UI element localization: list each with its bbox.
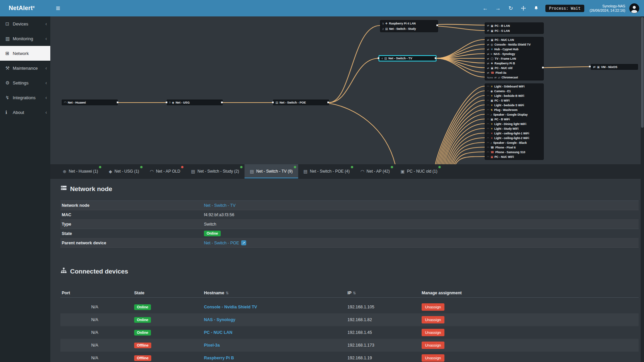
diagram-device-row[interactable]: ◠☀Light - Sideboard WiFi bbox=[485, 84, 543, 89]
sidebar-item[interactable]: ℹ About ‹ bbox=[0, 105, 50, 120]
light-icon: ☀ bbox=[490, 127, 493, 130]
sort-icon[interactable]: ⇅ bbox=[353, 291, 356, 295]
chromecast-icon: ▱ bbox=[498, 76, 500, 79]
unassign-button[interactable]: Unassign bbox=[422, 354, 444, 362]
port-cell: N/A bbox=[60, 330, 134, 335]
sort-icon[interactable]: ⇅ bbox=[225, 291, 228, 295]
tab[interactable]: ▤Net - Switch - Study (2) bbox=[185, 164, 244, 178]
device-name: NAS - Synology bbox=[494, 52, 515, 56]
scrollbar-thumb[interactable] bbox=[641, 17, 644, 128]
tab[interactable]: ▤Net - Switch - TV (9) bbox=[245, 164, 298, 178]
node-net-switch-poe[interactable]: ▤Net - Switch - POE bbox=[273, 100, 329, 105]
diagram-device-row[interactable]: ◠▣PC - S WiFi bbox=[485, 98, 543, 103]
diagram-device-row[interactable]: ⇄✳Hub - Cygnet Hub bbox=[485, 47, 543, 52]
diagram-device-row[interactable]: ⇄❖Raspberry Pi B bbox=[485, 61, 543, 66]
diagram-device-row[interactable]: ◠☀Light - ceiling-light-1 WiFi bbox=[485, 131, 543, 136]
node-vm-nixos[interactable]: ⇄▣VM - NixOS bbox=[591, 64, 638, 70]
diagram-device-row[interactable]: ◠♪Speaker - Google - Black bbox=[485, 140, 543, 145]
diagram-device-row[interactable]: 5❖Raspberry Pi 4 LAN bbox=[380, 21, 438, 26]
tab[interactable]: ▤Net - Switch - POE (4) bbox=[298, 164, 355, 178]
tab[interactable]: ◠Net - AP (42) bbox=[355, 164, 395, 178]
tab[interactable]: ◆Net - USG (1) bbox=[103, 164, 144, 178]
app-logo[interactable]: NetAlertx bbox=[0, 0, 50, 16]
sidebar-item[interactable]: ▥ Monitoring ‹ bbox=[0, 31, 50, 46]
node-net-usg[interactable]: 3◆Net - USG bbox=[167, 100, 223, 105]
diagram-device-row[interactable]: ⇄▢TV - Frame LAN bbox=[485, 56, 543, 61]
unassign-button[interactable]: Unassign bbox=[422, 303, 444, 311]
node-net-huawei[interactable]: ◠Net - Huawei bbox=[62, 100, 118, 105]
sidebar-item[interactable]: ⊡ Devices ‹ bbox=[0, 16, 50, 31]
diagram-device-row[interactable]: ◠↯Plug - Washroom bbox=[485, 108, 543, 112]
diagram-device-row[interactable]: ◠◉Camera - E1 bbox=[485, 89, 543, 94]
app-title-sup: x bbox=[33, 5, 35, 9]
unassign-button[interactable]: Unassign bbox=[422, 316, 444, 323]
topology-connections bbox=[50, 16, 644, 164]
sidebar-item-label: Settings bbox=[13, 80, 45, 85]
wifi-connection-icon: ◠ bbox=[487, 99, 489, 102]
device-name: Net - Switch - Study bbox=[389, 27, 416, 31]
diagram-device-row[interactable]: ◠☎Phone - Samsung S10 bbox=[485, 150, 543, 155]
external-link-icon[interactable]: ↗ bbox=[241, 240, 246, 245]
field-link[interactable]: Net - Switch - TV bbox=[204, 203, 235, 208]
bell-icon[interactable] bbox=[533, 6, 539, 11]
sidebar-item[interactable]: ⚒ Maintenance ‹ bbox=[0, 61, 50, 75]
sidebar-item[interactable]: ⚙ Settings ‹ bbox=[0, 75, 50, 90]
diagram-device-row[interactable]: ◠☀Light - Study WiFi bbox=[485, 126, 543, 131]
tab[interactable]: ▣PC - NUC old (1) bbox=[395, 164, 443, 178]
column-header-hostname[interactable]: Hostname⇅ bbox=[204, 291, 347, 295]
diagram-device-row[interactable]: ◠☀Light - Dining light WiFi bbox=[485, 122, 543, 126]
diagram-device-row[interactable]: ◠☀Light - bedside S WiFi bbox=[485, 103, 543, 108]
switch-icon: ▤ bbox=[385, 27, 388, 31]
diagram-device-row[interactable]: ◠☎Phone - Pixel 6 bbox=[485, 145, 543, 150]
node-net-switch-tv-selected[interactable]: 4▤Net - Switch - TV bbox=[379, 55, 436, 61]
hostname-link[interactable]: Raspberry Pi B bbox=[204, 356, 234, 360]
diagram-device-row[interactable]: ⇄▣PC - B LAN bbox=[485, 23, 543, 28]
diagram-device-row[interactable]: ⇄≡NAS - Synology bbox=[485, 52, 543, 56]
menu-toggle-icon[interactable]: ≡ bbox=[50, 4, 66, 13]
status-dot bbox=[240, 166, 243, 168]
tab[interactable]: ◠Net - AP OLD bbox=[145, 164, 186, 178]
diagram-device-row[interactable]: None⇄▱Chromecast bbox=[485, 75, 543, 80]
scrollbar[interactable] bbox=[641, 16, 644, 362]
column-label: IP bbox=[347, 291, 352, 295]
diagram-device-row[interactable]: ◠♪Speaker - Google Display bbox=[485, 112, 543, 117]
ip-cell: 192.168.1.45 bbox=[347, 330, 422, 335]
diagram-device-row[interactable]: ⇄◎Console - Nvidia Shield TV bbox=[485, 42, 543, 47]
back-icon[interactable]: ← bbox=[482, 5, 488, 11]
field-label: Network node bbox=[60, 203, 204, 208]
tab[interactable]: ⊕Net - Huawei (1) bbox=[57, 164, 103, 178]
diagram-device-row[interactable]: ◠☀Light - bedside B WiFi bbox=[485, 94, 543, 98]
hostname-link[interactable]: Pixel-3a bbox=[204, 343, 220, 348]
refresh-icon[interactable]: ↻ bbox=[508, 5, 514, 11]
server-info: Synology-NAS (26/06/2024, 14:22:16) bbox=[590, 4, 625, 13]
chevron-left-icon: ‹ bbox=[45, 110, 47, 115]
unassign-button[interactable]: Unassign bbox=[422, 342, 444, 349]
diagram-device-row[interactable]: ⇄▣PC - NUC old bbox=[485, 66, 543, 70]
diagram-device-row[interactable]: ◠▣PC - NUC WiFi bbox=[485, 155, 543, 159]
device-name: Light - Study WiFi bbox=[494, 127, 519, 130]
server-time: (26/06/2024, 14:22:16) bbox=[590, 8, 625, 13]
diagram-device-row[interactable]: ◠▣PC - B WiFi bbox=[485, 117, 543, 122]
hostname-link[interactable]: NAS - Synology bbox=[204, 317, 235, 322]
diagram-device-row[interactable]: ⇄▣PC - S LAN bbox=[485, 28, 543, 33]
hostname-link[interactable]: Console - Nvidia Shield TV bbox=[204, 305, 257, 309]
avatar[interactable] bbox=[629, 3, 639, 13]
move-icon[interactable] bbox=[521, 6, 527, 11]
unassign-button[interactable]: Unassign bbox=[422, 329, 444, 336]
sidebar-item[interactable]: ⊞ Network ‹ bbox=[0, 46, 50, 61]
diagram-device-row[interactable]: ◠☀Light - ceiling-light-2 WiFi bbox=[485, 136, 543, 140]
diagram-device-row[interactable]: ⇄▣PC - NUC LAN bbox=[485, 38, 543, 42]
forward-icon[interactable]: → bbox=[495, 5, 501, 11]
field-row: TypeSwitch bbox=[60, 220, 639, 229]
network-node-icon bbox=[60, 185, 67, 193]
diagram-device-row[interactable]: ⇄☎Pixel-3a bbox=[485, 70, 543, 75]
field-text: f4:92:bf:a3:f3:56 bbox=[204, 213, 234, 217]
sidebar-item-label: Devices bbox=[13, 21, 45, 26]
field-link[interactable]: Net - Switch - POE bbox=[204, 241, 239, 245]
connector-dot bbox=[272, 102, 274, 103]
column-header-ip[interactable]: IP⇅ bbox=[347, 291, 422, 295]
hostname-link[interactable]: PC - NUC LAN bbox=[204, 330, 232, 335]
sidebar-item[interactable]: ↯ Integrations ‹ bbox=[0, 90, 50, 105]
diagram-device-row[interactable]: 2▤Net - Switch - Study bbox=[380, 26, 438, 32]
tab-label: Net - Huawei (1) bbox=[69, 169, 98, 174]
